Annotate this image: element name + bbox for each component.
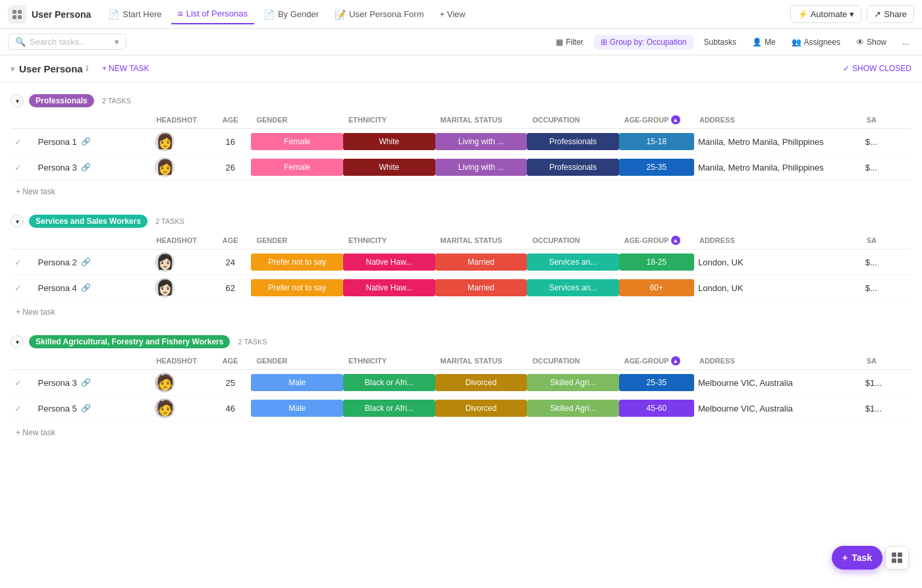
show-closed-button[interactable]: ✓ SHOW CLOSED: [843, 64, 911, 73]
svg-rect-0: [13, 10, 16, 14]
group-by-button[interactable]: ⊞ Group by: Occupation: [594, 35, 693, 49]
marital-2: Married: [435, 250, 528, 275]
avatar-1: 👩: [155, 132, 175, 151]
tab-by-gender[interactable]: 📄 By Gender: [257, 5, 325, 24]
automate-button[interactable]: ⚡ Automate ▾: [790, 5, 862, 23]
ethnicity-1: White: [343, 129, 435, 155]
sa-3a: $...: [861, 155, 911, 180]
task-name-1[interactable]: Persona 1 🔗: [34, 129, 151, 155]
gender-5: Male: [251, 396, 343, 421]
info-icon: ℹ: [86, 64, 89, 73]
sa-4: $...: [861, 275, 911, 301]
group-header-skilled: ▾ Skilled Agricultural, Forestry and Fis…: [0, 331, 922, 352]
task-name-4[interactable]: Persona 4 🔗: [34, 275, 151, 301]
table-row: ✓ Persona 2 🔗 👩🏻 24 Prefer not to say: [11, 250, 911, 275]
new-task-link-professionals[interactable]: + New task: [11, 184, 61, 199]
ethnicity-5: Black or Afri...: [343, 396, 435, 421]
collapse-professionals-btn[interactable]: ▾: [11, 94, 24, 107]
gender-3a: Female: [251, 155, 343, 180]
group-label-services: Services and Sales Workers: [29, 215, 148, 228]
gender-3b: Male: [251, 370, 343, 396]
col-occupation-header-2: OCCUPATION: [527, 232, 619, 250]
col-check-header-3: [11, 352, 34, 370]
sort-icon: ▲: [671, 115, 680, 124]
age-2: 24: [209, 250, 251, 275]
sa-5: $1...: [861, 396, 911, 421]
task-check-4[interactable]: ✓: [11, 275, 34, 301]
col-gender-header: GENDER: [251, 111, 343, 129]
link-icon-3b[interactable]: 🔗: [81, 378, 91, 387]
share-button[interactable]: ↗ Share: [867, 5, 914, 23]
search-box[interactable]: 🔍 Search tasks... ▾: [8, 34, 126, 50]
group-label-skilled: Skilled Agricultural, Forestry and Fishe…: [29, 335, 230, 348]
app-icon: [8, 5, 26, 24]
task-name-3a[interactable]: Persona 3 🔗: [34, 155, 151, 180]
task-name-5[interactable]: Persona 5 🔗: [34, 396, 151, 421]
ethnicity-2: Native Haw...: [343, 250, 435, 275]
list-icon: ≡: [178, 9, 183, 19]
task-name-2[interactable]: Persona 2 🔗: [34, 250, 151, 275]
share-icon: ↗: [874, 9, 881, 19]
search-chevron: ▾: [115, 37, 119, 47]
col-check-header-2: [11, 232, 34, 250]
col-age-header: AGE: [209, 111, 251, 129]
tab-list-of-personas[interactable]: ≡ List of Personas: [171, 5, 254, 24]
assignees-button[interactable]: 👥 Assignees: [786, 35, 846, 49]
tab-user-persona-form[interactable]: 📝 User Persona Form: [328, 5, 430, 24]
table-row: ✓ Persona 1 🔗 👩 16 Female White: [11, 129, 911, 155]
collapse-services-btn[interactable]: ▾: [11, 215, 24, 228]
task-name-3b[interactable]: Persona 3 🔗: [34, 370, 151, 396]
col-sa-header-2: SA: [861, 232, 911, 250]
task-check-3a[interactable]: ✓: [11, 155, 34, 180]
show-button[interactable]: 👁 Show: [851, 35, 892, 49]
link-icon-1[interactable]: 🔗: [81, 137, 91, 146]
col-marital-header-2: MARITAL STATUS: [435, 232, 528, 250]
occupation-3b: Skilled Agri...: [527, 370, 619, 396]
col-name-header: [34, 111, 151, 129]
link-icon-4[interactable]: 🔗: [81, 283, 91, 292]
link-icon-5[interactable]: 🔗: [81, 404, 91, 413]
collapse-skilled-btn[interactable]: ▾: [11, 335, 24, 348]
avatar-3b: 🧑: [155, 373, 175, 392]
checkmark-icon: ✓: [843, 64, 850, 73]
sa-3b: $1...: [861, 370, 911, 396]
col-headshot-header: HEADSHOT: [151, 111, 209, 129]
task-check-5[interactable]: ✓: [11, 396, 34, 421]
tab-start-here[interactable]: 📄 Start Here: [101, 5, 168, 24]
filter-button[interactable]: ▦ Filter: [551, 35, 589, 49]
more-options-button[interactable]: ...: [897, 35, 914, 49]
group-task-count-professionals: 2 TASKS: [102, 97, 131, 105]
new-task-row-services: + New task: [11, 301, 911, 323]
new-task-button[interactable]: + NEW TASK: [97, 62, 155, 75]
avatar-5: 🧑: [155, 398, 175, 418]
assignees-icon: 👥: [792, 38, 801, 47]
group-skilled: ▾ Skilled Agricultural, Forestry and Fis…: [0, 331, 922, 444]
task-check-3b[interactable]: ✓: [11, 370, 34, 396]
col-age-header-2: AGE: [209, 232, 251, 250]
col-headshot-header-3: HEADSHOT: [151, 352, 209, 370]
task-check-1[interactable]: ✓: [11, 129, 34, 155]
agegroup-5: 45-60: [619, 396, 694, 421]
marital-3a: Living with ...: [435, 155, 528, 180]
toolbar: 🔍 Search tasks... ▾ ▦ Filter ⊞ Group by:…: [0, 29, 922, 55]
collapse-page-btn[interactable]: ▾: [11, 64, 15, 74]
col-gender-header-3: GENDER: [251, 352, 343, 370]
sa-1: $...: [861, 129, 911, 155]
subtasks-button[interactable]: Subtasks: [699, 35, 742, 49]
new-task-row-skilled: + New task: [11, 421, 911, 444]
me-button[interactable]: 👤 Me: [747, 35, 781, 49]
task-check-2[interactable]: ✓: [11, 250, 34, 275]
col-sa-header: SA: [861, 111, 911, 129]
top-nav-right: ⚡ Automate ▾ ↗ Share: [790, 5, 914, 23]
table-row: ✓ Persona 3 🔗 👩 26 Female White: [11, 155, 911, 180]
ethnicity-3a: White: [343, 155, 435, 180]
new-task-link-skilled[interactable]: + New task: [11, 425, 61, 440]
new-task-link-services[interactable]: + New task: [11, 305, 61, 319]
address-3a: Manila, Metro Manila, Philippines: [694, 155, 861, 180]
add-view-btn[interactable]: + View: [433, 5, 472, 23]
show-icon: 👁: [856, 38, 864, 47]
table-skilled: HEADSHOT AGE GENDER ETHNICITY MARITAL ST…: [0, 352, 922, 444]
link-icon-2[interactable]: 🔗: [81, 257, 91, 267]
link-icon-3a[interactable]: 🔗: [81, 163, 91, 172]
sort-icon-3: ▲: [671, 356, 680, 365]
